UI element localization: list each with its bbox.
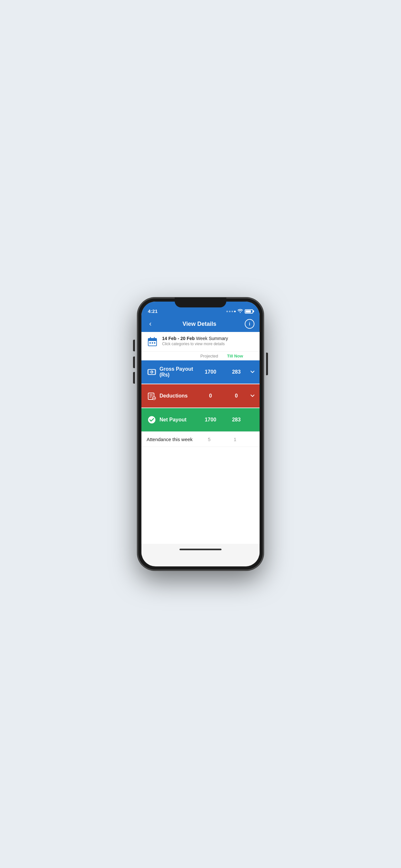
battery-icon bbox=[245, 309, 253, 314]
deductions-row[interactable]: Deductions 0 0 bbox=[142, 384, 259, 407]
home-indicator bbox=[142, 544, 259, 555]
notch bbox=[175, 298, 226, 307]
gross-tillnow: 283 bbox=[223, 369, 249, 375]
phone-frame: 4:21 ‹ View De bbox=[137, 298, 264, 570]
gross-payout-row[interactable]: ₹ Gross Payout (Rs) 1700 283 bbox=[142, 361, 259, 383]
attendance-label: Attendance this week bbox=[147, 437, 196, 442]
gross-chevron-icon bbox=[249, 369, 256, 375]
home-bar bbox=[180, 549, 221, 550]
phone-screen: 4:21 ‹ View De bbox=[142, 302, 259, 566]
battery-fill bbox=[246, 310, 251, 313]
net-tillnow: 283 bbox=[223, 417, 249, 423]
signal-dot-2 bbox=[229, 311, 230, 312]
deductions-projected: 0 bbox=[197, 393, 223, 399]
svg-rect-4 bbox=[150, 342, 151, 344]
svg-rect-5 bbox=[152, 342, 153, 344]
signal-dot-3 bbox=[232, 311, 233, 312]
svg-rect-6 bbox=[154, 342, 155, 344]
svg-rect-1 bbox=[148, 338, 157, 341]
money-icon: ₹ bbox=[145, 366, 158, 378]
net-projected: 1700 bbox=[197, 417, 223, 423]
deductions-tillnow: 0 bbox=[223, 393, 249, 399]
attendance-projected: 5 bbox=[196, 437, 222, 442]
week-subtitle: Click categories to view more details bbox=[162, 342, 254, 346]
attendance-tillnow: 1 bbox=[222, 437, 248, 442]
page-title: View Details bbox=[182, 321, 216, 328]
week-dates: 14 Feb - 20 Feb Week Summary bbox=[162, 336, 254, 341]
week-text: 14 Feb - 20 Feb Week Summary Click categ… bbox=[162, 336, 254, 346]
column-headers: Projected Till Now bbox=[142, 352, 259, 361]
net-payout-label: Net Payout bbox=[158, 417, 197, 423]
deductions-chevron-icon bbox=[249, 393, 256, 399]
app-header: ‹ View Details i bbox=[142, 316, 259, 332]
signal-dot-4 bbox=[234, 311, 236, 312]
check-circle-icon bbox=[145, 413, 158, 426]
status-time: 4:21 bbox=[148, 308, 158, 314]
net-payout-row[interactable]: Net Payout 1700 283 bbox=[142, 408, 259, 431]
info-button[interactable]: i bbox=[245, 319, 254, 329]
signal-dots bbox=[226, 311, 236, 312]
status-icons bbox=[226, 309, 253, 314]
gross-projected: 1700 bbox=[197, 369, 223, 375]
gross-payout-label: Gross Payout (Rs) bbox=[158, 366, 197, 378]
tillnow-header: Till Now bbox=[222, 353, 248, 359]
week-summary-bar: 14 Feb - 20 Feb Week Summary Click categ… bbox=[142, 332, 259, 352]
back-button[interactable]: ‹ bbox=[147, 318, 154, 330]
empty-content-area bbox=[142, 447, 259, 544]
deductions-label: Deductions bbox=[158, 393, 197, 399]
calendar-icon bbox=[147, 336, 158, 347]
signal-dot-1 bbox=[226, 311, 228, 312]
deductions-icon bbox=[145, 390, 158, 402]
svg-point-20 bbox=[148, 416, 155, 423]
projected-header: Projected bbox=[196, 353, 222, 359]
wifi-icon bbox=[238, 309, 243, 314]
attendance-row: Attendance this week 5 1 bbox=[142, 432, 259, 447]
